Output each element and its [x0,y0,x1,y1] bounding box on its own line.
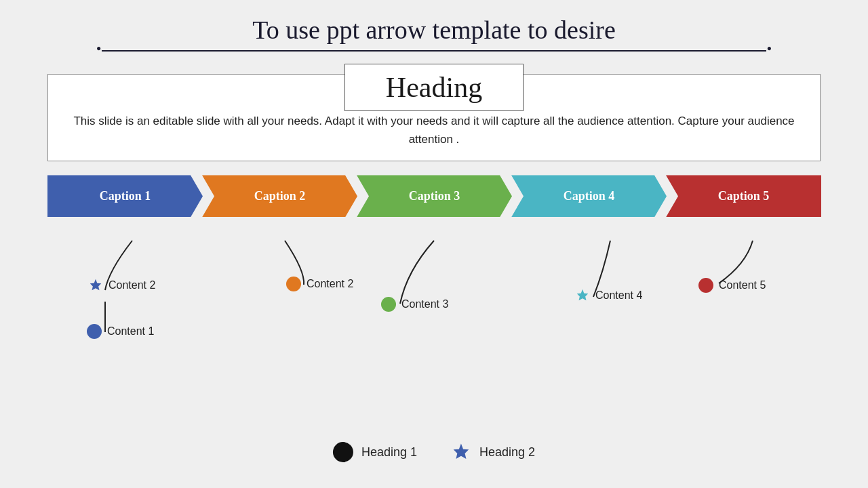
svg-marker-1 [577,289,589,301]
content-3-circle: Content 3 [381,297,448,312]
content-5-circle: Content 5 [698,278,766,293]
star-icon-teal [575,288,590,303]
title-area: To use ppt arrow template to desire [0,0,868,52]
slide: To use ppt arrow template to desire Head… [0,0,868,488]
svg-marker-2 [454,444,469,460]
caption-4: Caption 4 [511,175,667,217]
legend-item-1: Heading 1 [333,442,417,462]
content-5-label: Content 5 [719,279,766,291]
star-icon-blue [88,278,103,293]
title-divider [102,50,766,52]
circle-icon-green [381,297,396,312]
legend-circle-icon [333,442,353,462]
circle-icon-blue [87,324,102,339]
content-2-star-label: Content 2 [108,279,155,291]
content-2-circle: Content 2 [286,277,353,291]
legend-label-1: Heading 1 [361,445,417,460]
circle-icon-orange [286,277,301,291]
arrows-row: Caption 1 Caption 2 Caption 3 Caption 4 … [47,175,821,217]
caption-2: Caption 2 [202,175,357,217]
page-title: To use ppt arrow template to desire [0,15,868,45]
content-2-label: Content 2 [307,278,353,290]
legend-label-2: Heading 2 [479,445,535,460]
legend-star-icon [451,442,471,462]
caption-3: Caption 3 [357,175,512,217]
content-4-label: Content 4 [595,289,642,302]
caption-1: Caption 1 [47,175,203,217]
caption-5: Caption 5 [666,175,821,217]
content-2-star: Content 2 [88,278,155,293]
legend-item-2: Heading 2 [451,442,535,462]
heading-box: Heading [344,64,524,111]
svg-marker-0 [90,279,102,291]
content-1-label: Content 1 [107,325,154,338]
circle-icon-red [698,278,713,293]
content-4-star: Content 4 [575,288,642,303]
legend: Heading 1 Heading 2 [333,442,535,462]
content-3-label: Content 3 [401,298,448,310]
content-1-circle: Content 1 [87,324,154,339]
